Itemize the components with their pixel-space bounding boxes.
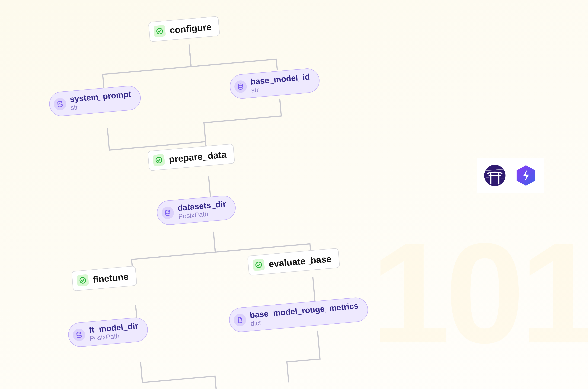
svg-point-1 xyxy=(58,101,62,103)
task-prepare-data[interactable]: prepare_data xyxy=(147,144,235,171)
hex-lightning-icon xyxy=(515,164,537,187)
task-configure[interactable]: configure xyxy=(148,16,220,42)
database-icon xyxy=(234,80,247,93)
database-icon xyxy=(161,206,174,220)
task-finetune[interactable]: finetune xyxy=(71,266,137,291)
check-circle-icon xyxy=(153,154,165,166)
document-icon xyxy=(233,313,247,327)
database-icon xyxy=(53,97,67,111)
torii-gate-icon xyxy=(484,164,506,187)
artifact-datasets-dir[interactable]: datasets_dir PosixPath xyxy=(156,195,237,226)
check-circle-icon xyxy=(77,274,89,287)
logos-panel xyxy=(477,158,544,193)
task-label: prepare_data xyxy=(168,149,227,164)
task-evaluate-base[interactable]: evaluate_base xyxy=(247,248,340,276)
check-circle-icon xyxy=(154,25,166,37)
artifact-base-model-rouge-metrics[interactable]: base_model_rouge_metrics dict xyxy=(228,296,369,333)
svg-point-7 xyxy=(77,332,81,334)
check-circle-icon xyxy=(253,259,265,271)
artifact-ft-model-dir[interactable]: ft_model_dir PosixPath xyxy=(67,317,149,348)
artifact-system-prompt[interactable]: system_prompt str xyxy=(48,85,142,117)
task-label: configure xyxy=(169,21,212,36)
artifact-base-model-id[interactable]: base_model_id str xyxy=(229,67,321,100)
database-icon xyxy=(72,328,86,341)
task-label: evaluate_base xyxy=(268,253,332,269)
svg-point-4 xyxy=(165,210,170,212)
task-label: finetune xyxy=(92,271,129,285)
svg-point-2 xyxy=(238,84,243,86)
diagram-canvas: 101 configur xyxy=(0,0,588,389)
watermark-text: 101 xyxy=(371,222,588,364)
